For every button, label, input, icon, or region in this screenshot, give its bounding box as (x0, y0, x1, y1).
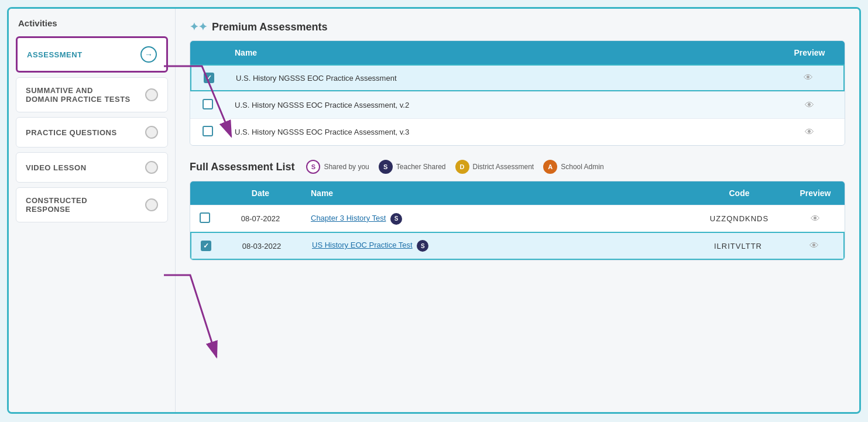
premium-table: Name Preview U.S. History NGSSS EOC Prac… (190, 40, 845, 146)
radio-summative[interactable] (145, 88, 158, 101)
sidebar-item-practice[interactable]: PRACTICE QUESTIONS (16, 117, 168, 147)
full-table-header: Date Name Code Preview (190, 181, 845, 205)
table-row: U.S. History NGSSS EOC Practice Assessme… (190, 64, 845, 91)
checkbox-row1[interactable] (204, 73, 214, 83)
row2-name: U.S. History NGSSS EOC Practice Assessme… (225, 94, 774, 116)
inline-badge-2: S (417, 240, 428, 252)
legend-shared-you-label: Shared by you (324, 163, 369, 171)
sidebar: Activities ASSESSMENT → SUMMATIVE ANDDOM… (9, 9, 176, 412)
checkbox-row3[interactable] (203, 126, 213, 136)
full-checkbox-cell-2[interactable] (191, 234, 221, 258)
badge-admin: A (543, 160, 557, 174)
legend-teacher-shared-label: Teacher Shared (396, 163, 446, 171)
sidebar-item-assessment-label: ASSESSMENT (27, 50, 83, 59)
row2-preview[interactable]: 👁 (774, 93, 845, 118)
full-col-preview: Preview (786, 181, 845, 205)
radio-practice[interactable] (145, 126, 158, 139)
sidebar-item-summative[interactable]: SUMMATIVE ANDDOMAIN PRACTICE TESTS (16, 77, 168, 112)
full-preview-1[interactable]: 👁 (786, 207, 845, 231)
full-name-2[interactable]: US History EOC Practice Test S (303, 233, 691, 259)
full-date-2: 08-03-2022 (221, 235, 303, 258)
sidebar-item-assessment[interactable]: ASSESSMENT → (16, 36, 168, 73)
sidebar-item-constructed-label: CONSTRUCTEDRESPONSE (26, 196, 87, 214)
inline-badge-1: S (390, 213, 402, 225)
checkbox-row2[interactable] (203, 99, 213, 109)
full-list-title: Full Assessment List (190, 161, 294, 173)
assessment-link-2[interactable]: US History EOC Practice Test (312, 241, 413, 249)
sidebar-item-video-label: VIDEO LESSON (26, 163, 87, 172)
checkbox-cell[interactable] (190, 92, 225, 118)
legend-school-admin: A School Admin (543, 160, 603, 174)
full-code-1: UZZQNDKNDS (692, 207, 786, 230)
sidebar-item-practice-label: PRACTICE QUESTIONS (26, 128, 117, 137)
full-list-header: Full Assessment List S Shared by you S T… (190, 160, 845, 174)
badge-shared-you: S (306, 160, 320, 174)
full-date-1: 08-07-2022 (219, 207, 301, 230)
premium-col-name: Name (225, 41, 774, 64)
premium-section-title: ✦✦ Premium Assessments (190, 20, 845, 33)
full-table: Date Name Code Preview 08-07-2022 Chapte… (190, 181, 845, 260)
table-row: 08-07-2022 Chapter 3 History Test S UZZQ… (190, 205, 845, 232)
legend-district-label: District Assessment (473, 163, 534, 171)
row3-name: U.S. History NGSSS EOC Practice Assessme… (225, 121, 774, 143)
full-name-1[interactable]: Chapter 3 History Test S (301, 206, 692, 232)
full-col-date: Date (219, 181, 301, 205)
legend: S Shared by you S Teacher Shared D Distr… (306, 160, 603, 174)
table-row: U.S. History NGSSS EOC Practice Assessme… (190, 91, 845, 118)
legend-district: D District Assessment (455, 160, 534, 174)
eye-icon[interactable]: 👁 (805, 100, 814, 110)
row1-name: U.S. History NGSSS EOC Practice Assessme… (227, 67, 773, 90)
row1-preview[interactable]: 👁 (773, 66, 843, 90)
radio-video[interactable] (145, 161, 158, 174)
premium-col-checkbox (190, 41, 225, 64)
sidebar-title: Activities (16, 18, 168, 28)
checkbox-cell[interactable] (190, 119, 225, 145)
premium-col-preview: Preview (774, 41, 845, 64)
full-col-code: Code (692, 181, 786, 205)
eye-icon[interactable]: 👁 (804, 73, 813, 83)
full-preview-2[interactable]: 👁 (785, 234, 843, 258)
sidebar-item-constructed[interactable]: CONSTRUCTEDRESPONSE (16, 187, 168, 222)
eye-icon[interactable]: 👁 (811, 214, 820, 224)
legend-teacher-shared: S Teacher Shared (379, 160, 446, 174)
full-checkbox-row1[interactable] (200, 212, 210, 223)
premium-table-header: Name Preview (190, 41, 845, 64)
full-col-name: Name (301, 181, 692, 205)
badge-district: D (455, 160, 469, 174)
eye-icon[interactable]: 👁 (809, 241, 819, 251)
row3-preview[interactable]: 👁 (774, 120, 845, 145)
eye-icon[interactable]: 👁 (805, 127, 814, 137)
sidebar-item-video[interactable]: VIDEO LESSON (16, 152, 168, 183)
sidebar-item-summative-label: SUMMATIVE ANDDOMAIN PRACTICE TESTS (26, 86, 131, 104)
assessment-link-1[interactable]: Chapter 3 History Test (311, 214, 386, 222)
main-content: ✦✦ Premium Assessments Name Preview U.S.… (176, 9, 859, 412)
radio-constructed[interactable] (145, 198, 158, 211)
full-checkbox-row2[interactable] (201, 241, 211, 251)
table-row: 08-03-2022 US History EOC Practice Test … (190, 232, 845, 260)
premium-icon: ✦✦ (190, 20, 207, 33)
checkbox-cell[interactable] (191, 66, 227, 90)
full-code-2: ILRITVLTTR (691, 235, 785, 258)
full-col-checkbox (190, 181, 219, 205)
table-row: U.S. History NGSSS EOC Practice Assessme… (190, 118, 845, 145)
badge-teacher-shared: S (379, 160, 393, 174)
full-checkbox-cell-1[interactable] (190, 205, 219, 232)
legend-school-admin-label: School Admin (561, 163, 603, 171)
arrow-icon: → (140, 46, 157, 63)
legend-shared-you: S Shared by you (306, 160, 369, 174)
